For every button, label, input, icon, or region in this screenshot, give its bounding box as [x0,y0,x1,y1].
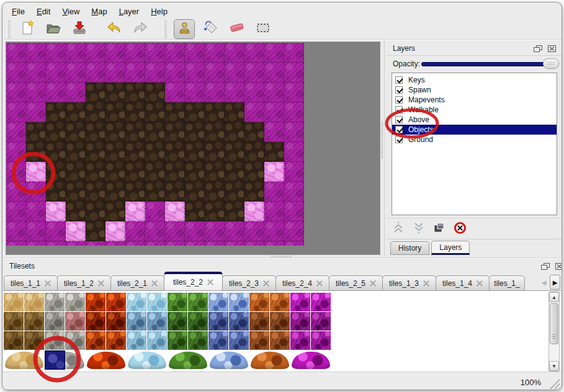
map-tile-dark-dirt[interactable] [66,182,86,202]
float-panel-icon[interactable] [533,45,542,53]
map-tile-magenta-ground[interactable] [26,43,46,63]
tileset-tile-vine[interactable] [188,293,208,312]
map-tile-dark-dirt[interactable] [86,122,105,142]
tileset-tile-crystal2[interactable] [208,312,229,331]
map-tile-dark-dirt[interactable] [86,162,105,182]
map-tile-dark-dirt[interactable] [105,102,125,122]
map-tile-magenta-ground[interactable] [26,63,46,82]
layer-visibility-checkbox[interactable] [395,96,403,104]
map-tile-magenta-ground[interactable] [66,43,86,63]
map-tile-magenta-ground[interactable] [165,63,185,82]
duplicate-layer-button[interactable] [432,221,446,234]
tab-scroll-left-button[interactable]: ◀ [539,275,549,290]
map-tile-magenta-ground[interactable] [244,221,264,241]
map-tile-dark-dirt[interactable] [125,122,145,142]
map-tile-magenta-ground[interactable] [46,63,66,82]
map-tile-magenta-ground[interactable] [264,43,284,63]
map-tile-dark-dirt[interactable] [244,142,264,162]
layer-visibility-checkbox[interactable] [395,136,403,143]
map-tile-magenta-ground[interactable] [264,82,284,102]
tab-scroll-right-button[interactable]: ▶ [550,275,560,290]
tileset-tile-vine3[interactable] [188,331,208,350]
tab-close-icon[interactable] [151,280,158,287]
tileset-tile-lava2[interactable] [106,312,127,331]
map-tile-magenta-ground[interactable] [26,102,46,122]
menu-file[interactable]: File [7,6,32,18]
tileset-tab-tiles_2_1[interactable]: tiles_2_1 [110,275,164,291]
map-tile-pink-highlight[interactable] [26,162,46,182]
layer-row-keys[interactable]: Keys [392,75,557,85]
tileset-tile-web3[interactable] [290,331,311,350]
tileset-tile-rock3[interactable] [65,331,86,350]
tileset-tab-tiles_1_2[interactable]: tiles_1_2 [57,275,111,291]
tileset-tile-vine2[interactable] [188,312,208,331]
map-tile-magenta-ground[interactable] [225,221,244,241]
tileset-mound-pebble[interactable] [251,352,289,369]
map-tile-magenta-ground[interactable] [264,182,284,202]
map-tile-dark-dirt[interactable] [244,182,264,202]
map-tile-magenta-ground[interactable] [244,82,264,102]
tileset-tab-tiles_1_3[interactable]: tiles_1_3 [382,275,436,291]
map-tile-dark-dirt[interactable] [165,182,185,202]
map-tile-magenta-ground[interactable] [244,102,264,122]
tileset-tile-pebble3[interactable] [249,331,270,350]
layer-row-ground[interactable]: Ground [392,135,557,145]
tileset-tile-crystal3[interactable] [208,331,229,350]
map-tile-magenta-ground[interactable] [145,202,165,221]
tileset-tile-ice3[interactable] [147,331,168,350]
tileset-tile-bark2[interactable] [24,331,45,350]
map-tile-dark-dirt[interactable] [105,182,125,202]
map-tile-magenta-ground[interactable] [165,43,185,63]
map-tile-magenta-ground[interactable] [26,221,46,241]
map-tile-dark-dirt[interactable] [125,182,145,202]
map-tile-dark-dirt[interactable] [185,142,205,162]
map-tile-magenta-ground[interactable] [66,82,86,102]
map-tile-magenta-ground[interactable] [145,63,165,82]
eraser-tool-button[interactable] [227,20,247,38]
tileset-tile-ice[interactable] [147,293,168,312]
map-tile-dark-dirt[interactable] [165,122,185,142]
layer-visibility-checkbox[interactable] [395,116,403,123]
tileset-tile-sand[interactable] [4,293,24,312]
selected-tileset-tile[interactable] [45,350,65,370]
layer-row-above[interactable]: Above [392,115,557,125]
map-tile-magenta-ground[interactable] [284,241,304,246]
map-tile-dark-dirt[interactable] [86,221,105,241]
map-tile-magenta-ground[interactable] [284,221,304,241]
map-tile-magenta-ground[interactable] [205,221,225,241]
tileset-tile-lava3[interactable] [106,331,127,350]
map-tile-pink-highlight[interactable] [125,202,145,221]
map-tile-dark-dirt[interactable] [86,202,105,221]
tileset-tile-crystal3[interactable] [229,331,249,350]
tab-close-icon[interactable] [477,280,483,287]
tileset-tile-rock2[interactable] [45,312,65,331]
map-tile-dark-dirt[interactable] [225,102,244,122]
map-tile-magenta-ground[interactable] [244,43,264,63]
map-canvas[interactable] [6,42,380,255]
map-tile-magenta-ground[interactable] [105,43,125,63]
window-resize-grip[interactable] [548,377,560,389]
map-tile-dark-dirt[interactable] [86,82,105,102]
map-tile-dark-dirt[interactable] [145,102,165,122]
tileset-tile-bark[interactable] [24,312,45,331]
map-tile-dark-dirt[interactable] [205,122,225,142]
map-tile-magenta-ground[interactable] [185,82,205,102]
menu-help[interactable]: Help [146,6,174,18]
map-tile-dark-dirt[interactable] [185,102,205,122]
map-tile-magenta-ground[interactable] [46,221,66,241]
map-tile-magenta-ground[interactable] [185,43,205,63]
map-tile-magenta-ground[interactable] [165,221,185,241]
tileset-mound-ice[interactable] [128,352,166,369]
map-tile-dark-dirt[interactable] [66,102,86,122]
map-tile-dark-dirt[interactable] [225,142,244,162]
map-tile-magenta-ground[interactable] [86,43,105,63]
map-tile-magenta-ground[interactable] [26,182,46,202]
tileset-tab-tiles_1_4[interactable]: tiles_1_4 [436,275,490,291]
layer-visibility-checkbox[interactable] [395,86,403,94]
map-tile-dark-dirt[interactable] [125,82,145,102]
map-tile-magenta-ground[interactable] [225,43,244,63]
map-tile-dark-dirt[interactable] [264,142,284,162]
map-tile-dark-dirt[interactable] [46,162,66,182]
map-tile-magenta-ground[interactable] [284,43,304,63]
map-tile-dark-dirt[interactable] [145,122,165,142]
